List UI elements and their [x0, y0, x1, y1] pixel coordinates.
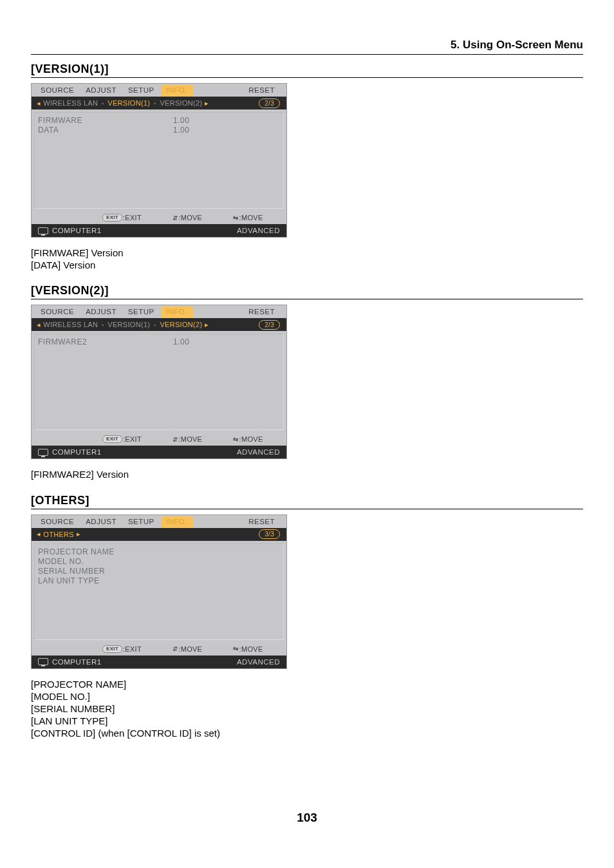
exit-chip-icon: EXIT — [102, 645, 122, 653]
left-arrow-icon[interactable]: ◂ — [35, 530, 42, 538]
info-row: MODEL NO. — [38, 557, 280, 566]
menu-tabs: SOURCEADJUSTSETUPINFO.RESET — [32, 84, 286, 97]
hint-move-horizontal: ⇆:MOVE — [233, 435, 263, 443]
hint-move-vertical: ⇵:MOVE — [172, 214, 202, 222]
info-label: PROJECTOR NAME — [38, 547, 173, 556]
status-source: COMPUTER1 — [52, 448, 102, 456]
right-arrow-icon[interactable]: ▸ — [75, 530, 82, 538]
tab-info[interactable]: INFO. — [161, 516, 192, 528]
page-number: 103 — [31, 811, 583, 825]
monitor-icon — [38, 227, 48, 234]
page-indicator: 2/3 — [259, 320, 280, 330]
status-mode: ADVANCED — [237, 448, 280, 456]
hint-move-horizontal: ⇆:MOVE — [233, 214, 263, 222]
submenu-item[interactable]: WIRELESS LAN — [42, 99, 99, 107]
submenu-bar: ◂WIRELESS LAN•VERSION(1)•VERSION(2)▸2/3 — [32, 318, 286, 331]
caption-text: [PROJECTOR NAME][MODEL NO.][SERIAL NUMBE… — [31, 678, 583, 740]
key-hints: EXIT:EXIT⇵:MOVE⇆:MOVE — [32, 643, 286, 656]
hint-move-vertical: ⇵:MOVE — [172, 435, 202, 443]
submenu-item[interactable]: VERSION(1) — [106, 99, 151, 107]
left-arrow-icon[interactable]: ◂ — [35, 321, 42, 329]
info-label: FIRMWARE2 — [38, 337, 173, 346]
tab-info[interactable]: INFO. — [161, 307, 192, 318]
exit-chip-icon: EXIT — [102, 435, 122, 443]
info-row: LAN UNIT TYPE — [38, 576, 280, 585]
leftright-arrows-icon: ⇆ — [233, 214, 238, 222]
caption-text: [FIRMWARE] Version[DATA] Version — [31, 247, 583, 271]
menu-content-area: FIRMWARE21.00 — [32, 331, 286, 433]
osd-menu-screenshot: SOURCEADJUSTSETUPINFO.RESET◂OTHERS▸3/3PR… — [31, 514, 287, 669]
tab-setup[interactable]: SETUP — [123, 307, 160, 318]
section-title: [VERSION(2)] — [31, 284, 583, 299]
tab-setup[interactable]: SETUP — [123, 516, 160, 528]
leftright-arrows-icon: ⇆ — [233, 645, 238, 652]
updown-arrows-icon: ⇵ — [172, 645, 178, 652]
right-arrow-icon[interactable]: ▸ — [203, 321, 210, 329]
menu-tabs: SOURCEADJUSTSETUPINFO.RESET — [32, 515, 286, 528]
hint-move-horizontal: ⇆:MOVE — [233, 645, 263, 653]
tab-reset[interactable]: RESET — [243, 516, 280, 528]
info-label: LAN UNIT TYPE — [38, 576, 173, 585]
submenu-item[interactable]: VERSION(2) — [158, 99, 203, 107]
tab-reset[interactable]: RESET — [243, 307, 280, 318]
status-bar: COMPUTER1ADVANCED — [32, 446, 286, 458]
dot-separator: • — [99, 100, 106, 106]
info-row: SERIAL NUMBER — [38, 567, 280, 576]
page-indicator: 3/3 — [259, 529, 280, 539]
status-source: COMPUTER1 — [52, 658, 102, 666]
leftright-arrows-icon: ⇆ — [233, 436, 238, 443]
osd-menu-screenshot: SOURCEADJUSTSETUPINFO.RESET◂WIRELESS LAN… — [31, 83, 287, 238]
tab-adjust[interactable]: ADJUST — [80, 85, 122, 97]
submenu-bar: ◂OTHERS▸3/3 — [32, 528, 286, 541]
key-hints: EXIT:EXIT⇵:MOVE⇆:MOVE — [32, 211, 286, 224]
hint-exit: EXIT:EXIT — [102, 645, 142, 653]
section-title: [VERSION(1)] — [31, 62, 583, 78]
dot-separator: • — [99, 322, 106, 328]
info-row: FIRMWARE21.00 — [38, 337, 280, 346]
status-source: COMPUTER1 — [52, 227, 102, 234]
info-value: 1.00 — [173, 126, 189, 135]
tab-reset[interactable]: RESET — [243, 85, 280, 97]
status-bar: COMPUTER1ADVANCED — [32, 656, 286, 668]
updown-arrows-icon: ⇵ — [172, 214, 178, 222]
tab-source[interactable]: SOURCE — [35, 85, 79, 97]
info-label: SERIAL NUMBER — [38, 567, 173, 576]
updown-arrows-icon: ⇵ — [172, 436, 178, 443]
info-value: 1.00 — [173, 337, 189, 346]
monitor-icon — [38, 449, 48, 456]
dot-separator: • — [151, 322, 158, 328]
tab-setup[interactable]: SETUP — [123, 85, 160, 97]
hint-move-vertical: ⇵:MOVE — [172, 645, 202, 653]
tab-adjust[interactable]: ADJUST — [80, 307, 122, 318]
tab-source[interactable]: SOURCE — [35, 307, 79, 318]
info-value: 1.00 — [173, 116, 189, 125]
info-row: DATA1.00 — [38, 126, 280, 135]
info-label: FIRMWARE — [38, 116, 173, 125]
submenu-item[interactable]: VERSION(1) — [106, 321, 151, 328]
dot-separator: • — [151, 100, 158, 106]
status-bar: COMPUTER1ADVANCED — [32, 224, 286, 237]
info-row: PROJECTOR NAME — [38, 547, 280, 556]
exit-chip-icon: EXIT — [102, 214, 122, 222]
info-label: MODEL NO. — [38, 557, 173, 566]
right-arrow-icon[interactable]: ▸ — [203, 99, 210, 108]
submenu-item[interactable]: WIRELESS LAN — [42, 321, 99, 328]
tab-info[interactable]: INFO. — [161, 85, 192, 97]
submenu-item[interactable]: OTHERS — [42, 531, 75, 538]
monitor-icon — [38, 658, 48, 665]
tab-source[interactable]: SOURCE — [35, 516, 79, 528]
status-mode: ADVANCED — [237, 227, 280, 234]
menu-content-area: PROJECTOR NAMEMODEL NO.SERIAL NUMBERLAN … — [32, 541, 286, 643]
info-row: FIRMWARE1.00 — [38, 116, 280, 125]
page-indicator: 2/3 — [259, 99, 280, 108]
caption-text: [FIRMWARE2] Version — [31, 468, 583, 480]
submenu-bar: ◂WIRELESS LAN•VERSION(1)•VERSION(2)▸2/3 — [32, 97, 286, 109]
menu-tabs: SOURCEADJUSTSETUPINFO.RESET — [32, 305, 286, 318]
status-mode: ADVANCED — [237, 658, 280, 666]
tab-adjust[interactable]: ADJUST — [80, 516, 122, 528]
menu-content-area: FIRMWARE1.00DATA1.00 — [32, 109, 286, 211]
left-arrow-icon[interactable]: ◂ — [35, 99, 42, 108]
hint-exit: EXIT:EXIT — [102, 435, 142, 443]
osd-menu-screenshot: SOURCEADJUSTSETUPINFO.RESET◂WIRELESS LAN… — [31, 305, 287, 459]
submenu-item[interactable]: VERSION(2) — [158, 321, 203, 328]
